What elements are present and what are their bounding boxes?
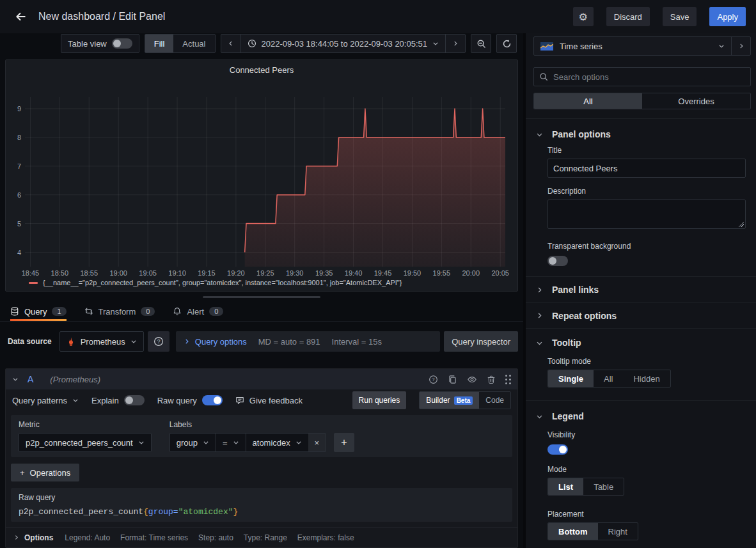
query-help-icon[interactable]: ? <box>429 375 438 384</box>
tooltip-mode-all[interactable]: All <box>594 370 623 387</box>
panel-title-input[interactable] <box>547 159 746 178</box>
builder-segment[interactable]: Builder Beta <box>420 392 479 409</box>
tab-overrides[interactable]: Overrides <box>642 93 750 109</box>
tooltip-mode-label: Tooltip mode <box>547 357 746 366</box>
label-operator-select[interactable]: = <box>216 433 246 452</box>
legend-placement-bottom[interactable]: Bottom <box>548 523 598 540</box>
tooltip-section-header[interactable]: Tooltip <box>526 329 756 348</box>
builder-label: Builder <box>426 396 450 405</box>
time-range-button[interactable]: 2022-09-03 18:44:05 to 2022-09-03 20:05:… <box>240 35 446 52</box>
panel-options-section-header[interactable]: Panel options <box>526 119 756 139</box>
x-tick-label: 18:55 <box>81 269 98 277</box>
raw-query-toggle[interactable]: Raw query <box>157 395 223 405</box>
apply-button[interactable]: Apply <box>709 7 746 26</box>
explain-toggle[interactable]: Explain <box>91 395 145 405</box>
repeat-options-label: Repeat options <box>552 311 617 321</box>
open-viz-suggestions-button[interactable] <box>731 37 750 55</box>
label-name-select[interactable]: group <box>169 433 216 452</box>
x-tick-label: 19:35 <box>315 269 333 277</box>
table-view-toggle[interactable]: Table view <box>61 34 139 53</box>
editor-tabs: Query 1 Transform 0 Alert 0 <box>0 302 523 322</box>
save-button[interactable]: Save <box>663 7 697 26</box>
query-ref-id[interactable]: A <box>28 374 33 384</box>
panel-description-textarea[interactable] <box>547 200 746 229</box>
time-series-chart[interactable]: 18:4518:5018:5519:0019:0519:1019:1519:20… <box>6 60 517 291</box>
resize-handle[interactable] <box>203 296 320 298</box>
code-segment[interactable]: Code <box>479 392 510 409</box>
duplicate-query-icon[interactable] <box>448 375 457 384</box>
zoom-out-time-button[interactable] <box>471 34 491 53</box>
query-option-summary: Step: auto <box>198 533 233 542</box>
panel-settings-button[interactable]: ⚙ <box>573 7 594 26</box>
label-value-select[interactable]: atomicdex <box>246 433 308 452</box>
query-option-summary: Type: Range <box>244 533 287 542</box>
chevron-down-icon <box>203 439 209 446</box>
metric-select[interactable]: p2p_connected_peers_count <box>19 433 152 452</box>
query-option-summary: Exemplars: false <box>297 533 354 542</box>
panel-links-section[interactable]: Panel links <box>526 277 756 302</box>
x-tick-label: 19:40 <box>345 269 363 277</box>
legend-mode-list[interactable]: List <box>548 478 583 495</box>
y-tick-label: 6 <box>17 191 21 199</box>
run-queries-button[interactable]: Run queries <box>352 391 407 409</box>
series-legend-label[interactable]: {__name__="p2p_connected_peers_count", g… <box>43 279 402 286</box>
fill-segment[interactable]: Fill <box>145 35 174 52</box>
back-button[interactable] <box>10 6 31 27</box>
time-shift-back-button[interactable] <box>221 35 240 52</box>
tooltip-mode-hidden[interactable]: Hidden <box>623 370 670 387</box>
query-option-summary: Format: Time series <box>120 533 188 542</box>
legend-visibility-field: Visibility <box>547 430 746 455</box>
query-options-toggle[interactable]: Query options <box>184 337 247 347</box>
page-title: New dashboard / Edit Panel <box>38 11 165 22</box>
query-patterns-dropdown[interactable]: Query patterns <box>12 396 79 405</box>
options-collapse-toggle[interactable]: Options <box>13 533 53 542</box>
legend-section-header[interactable]: Legend <box>526 401 756 421</box>
tab-query[interactable]: Query 1 <box>10 302 67 321</box>
panel-options-section-title: Panel options <box>552 129 611 139</box>
repeat-options-section[interactable]: Repeat options <box>526 302 756 328</box>
table-view-switch[interactable] <box>112 38 132 49</box>
chevron-down-icon[interactable] <box>12 376 19 382</box>
raw-query-switch[interactable] <box>202 395 223 405</box>
resize-corner-icon[interactable] <box>738 221 744 227</box>
visualization-select[interactable]: Time series <box>534 37 731 55</box>
legend-mode-segments: List Table <box>547 478 624 496</box>
remove-label-filter-button[interactable]: × <box>308 433 326 452</box>
visualization-picker-row: Time series <box>526 33 756 56</box>
chart-legend[interactable]: {__name__="p2p_connected_peers_count", g… <box>29 279 402 286</box>
labels-field: Labels group = <box>169 420 354 452</box>
datasource-name: Prometheus <box>81 337 125 347</box>
options-search[interactable] <box>533 67 751 86</box>
disable-query-eye-icon[interactable] <box>467 375 477 384</box>
max-data-points-stat: MD = auto = 891 <box>258 337 320 347</box>
legend-placement-right[interactable]: Right <box>598 523 638 540</box>
drag-handle[interactable] <box>505 375 511 384</box>
query-inspector-button[interactable]: Query inspector <box>444 331 518 352</box>
tab-transform[interactable]: Transform 0 <box>84 302 155 321</box>
panel-header-title[interactable]: Connected Peers <box>6 65 517 75</box>
time-shift-forward-button[interactable] <box>445 35 465 52</box>
datasource-help-button[interactable]: ? <box>148 331 169 352</box>
label-operator-value: = <box>223 438 228 448</box>
query-row-header[interactable]: A (Prometheus) ? <box>6 369 517 389</box>
tab-query-label: Query <box>24 307 47 317</box>
explain-switch[interactable] <box>124 395 145 405</box>
tab-alert[interactable]: Alert 0 <box>173 302 223 321</box>
tab-all-options[interactable]: All <box>534 93 642 109</box>
discard-button[interactable]: Discard <box>606 7 650 26</box>
builder-code-segments: Builder Beta Code <box>419 391 511 409</box>
add-label-filter-button[interactable]: + <box>334 433 354 452</box>
options-search-input[interactable] <box>553 72 745 82</box>
alert-count-badge: 0 <box>209 307 223 316</box>
delete-query-trash-icon[interactable] <box>487 375 496 384</box>
tooltip-mode-single[interactable]: Single <box>548 370 594 387</box>
actual-segment[interactable]: Actual <box>173 35 214 52</box>
legend-mode-table[interactable]: Table <box>583 478 624 495</box>
transparent-background-switch[interactable] <box>547 256 568 266</box>
datasource-picker[interactable]: Prometheus <box>59 331 144 352</box>
legend-visibility-switch[interactable] <box>547 444 568 455</box>
refresh-button[interactable] <box>496 34 517 53</box>
add-operations-button[interactable]: + Operations <box>11 464 79 481</box>
x-tick-label: 18:50 <box>51 269 69 277</box>
give-feedback-link[interactable]: Give feedback <box>235 396 303 405</box>
